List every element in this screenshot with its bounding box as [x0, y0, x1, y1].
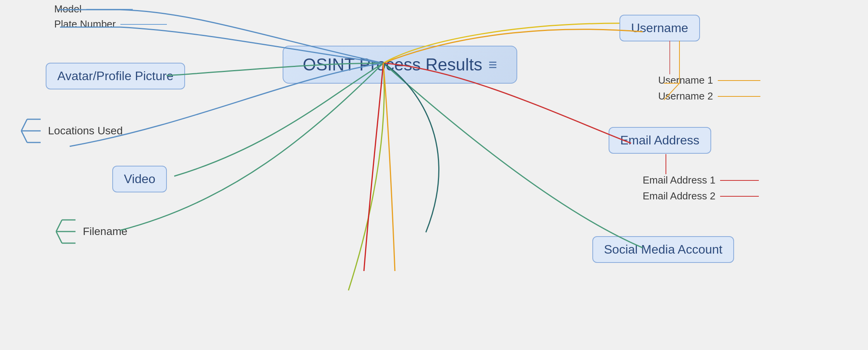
avatar-box: Avatar/Profile Picture	[46, 63, 185, 89]
locations-node: Locations Used	[19, 115, 123, 146]
locations-label: Locations Used	[48, 125, 123, 137]
video-box: Video	[112, 166, 167, 192]
central-text: OSINT Process Results	[303, 55, 482, 74]
email1-line	[720, 180, 759, 181]
model-leaf: Model Plate Number	[54, 3, 167, 30]
svg-line-2	[21, 131, 27, 142]
email2-line	[720, 196, 759, 197]
plate-label: Plate Number	[54, 18, 116, 30]
menu-icon: ≡	[489, 57, 497, 73]
username2-item: Username 2	[658, 90, 760, 102]
username-box: Username	[619, 15, 700, 41]
svg-line-7	[56, 232, 62, 243]
email-box: Email Address	[609, 127, 711, 154]
username1-item: Username 1	[658, 74, 760, 86]
avatar-node: Avatar/Profile Picture	[46, 63, 185, 89]
email1-item: Email Address 1	[643, 174, 759, 186]
social-box: Social Media Account	[592, 236, 734, 263]
username2-line	[718, 96, 760, 97]
plate-line	[120, 24, 167, 25]
central-label: OSINT Process Results ≡	[283, 46, 517, 84]
video-label: Video	[124, 172, 155, 186]
email2-label: Email Address 2	[643, 190, 715, 202]
filename-icon	[54, 216, 77, 247]
model-label: Model	[54, 3, 82, 15]
model-item: Model	[54, 3, 167, 15]
central-node: OSINT Process Results ≡	[283, 46, 517, 84]
username-children: Username 1 Username 2	[658, 74, 760, 102]
model-line	[86, 9, 133, 10]
username-node: Username	[619, 15, 700, 41]
email-label: Email Address	[620, 133, 700, 147]
filename-label: Filename	[83, 225, 127, 238]
svg-line-6	[56, 220, 62, 232]
plate-item: Plate Number	[54, 18, 167, 30]
video-node: Video	[112, 166, 167, 192]
avatar-label: Avatar/Profile Picture	[57, 69, 173, 83]
svg-line-1	[21, 119, 27, 131]
email-node: Email Address	[609, 127, 711, 154]
username-label: Username	[631, 21, 688, 35]
social-node: Social Media Account	[592, 236, 734, 263]
username2-label: Username 2	[658, 90, 713, 102]
username1-line	[718, 80, 760, 81]
locations-icon	[19, 115, 43, 146]
email1-label: Email Address 1	[643, 174, 715, 186]
filename-node: Filename	[54, 216, 127, 247]
social-label: Social Media Account	[604, 242, 722, 256]
email-children: Email Address 1 Email Address 2	[643, 174, 759, 202]
username1-label: Username 1	[658, 74, 713, 86]
email2-item: Email Address 2	[643, 190, 759, 202]
